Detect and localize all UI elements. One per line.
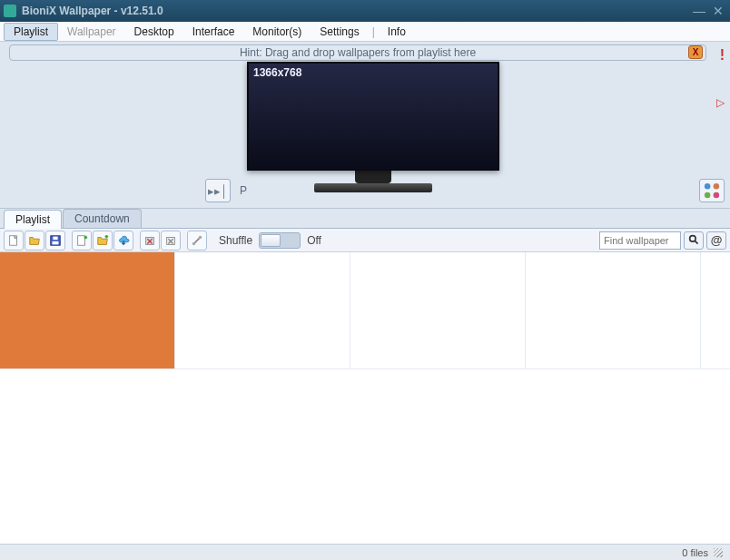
tab-countdown[interactable]: Countdown xyxy=(63,209,142,228)
svg-point-12 xyxy=(192,241,196,245)
menu-playlist[interactable]: Playlist xyxy=(4,23,58,41)
app-icon xyxy=(4,5,16,17)
open-button[interactable] xyxy=(25,231,44,251)
shuffle-toggle[interactable] xyxy=(259,232,301,249)
shuffle-state: Off xyxy=(307,234,321,247)
at-button[interactable]: @ xyxy=(706,231,726,250)
thumbnail-item[interactable] xyxy=(0,252,175,368)
file-count: 0 files xyxy=(682,547,708,558)
svg-line-14 xyxy=(695,241,697,243)
thumbnail-empty xyxy=(526,252,701,368)
thumbnail-empty xyxy=(175,252,350,368)
menu-desktop[interactable]: Desktop xyxy=(125,24,183,40)
titlebar: BioniX Wallpaper - v12.51.0 — ✕ xyxy=(0,0,730,22)
download-button[interactable] xyxy=(113,231,133,251)
monitor-neck xyxy=(355,171,391,183)
svg-rect-8 xyxy=(78,235,85,245)
svg-rect-7 xyxy=(53,236,57,240)
svg-point-0 xyxy=(705,183,711,190)
svg-point-11 xyxy=(199,235,202,239)
window-title: BioniX Wallpaper - v12.51.0 xyxy=(22,5,163,17)
tab-playlist[interactable]: Playlist xyxy=(4,210,62,229)
shuffle-label: Shuffle xyxy=(219,234,252,247)
svg-point-3 xyxy=(714,192,720,199)
toolbar: Shuffle Off @ xyxy=(0,229,730,252)
p-label: P xyxy=(240,184,247,197)
tabstrip: Playlist Countdown xyxy=(0,209,730,229)
menu-wallpaper[interactable]: Wallpaper xyxy=(58,24,125,40)
statusbar: 0 files xyxy=(0,544,730,560)
svg-rect-6 xyxy=(53,241,59,244)
menu-info[interactable]: Info xyxy=(379,24,415,40)
svg-point-13 xyxy=(689,236,695,242)
menu-settings[interactable]: Settings xyxy=(311,24,368,40)
preview-controls: ▸▸│ P xyxy=(205,179,247,202)
preview-settings-button[interactable] xyxy=(699,179,725,202)
next-button[interactable]: ▸▸│ xyxy=(205,179,231,202)
play-icon[interactable]: ▷ xyxy=(716,96,725,109)
close-button[interactable]: ✕ xyxy=(710,4,726,18)
thumbnail-empty xyxy=(350,252,526,368)
search-button[interactable] xyxy=(684,231,704,250)
add-file-button[interactable] xyxy=(72,231,92,251)
menu-monitors[interactable]: Monitor(s) xyxy=(243,24,311,40)
search-input[interactable] xyxy=(599,231,681,250)
hint-close-button[interactable]: X xyxy=(688,45,703,59)
svg-point-2 xyxy=(705,192,711,199)
thumbnail-grid xyxy=(0,252,730,544)
menu-interface[interactable]: Interface xyxy=(183,24,244,40)
menu-separator: | xyxy=(369,25,379,38)
tools-button[interactable] xyxy=(187,231,207,251)
remove-button[interactable] xyxy=(140,231,160,251)
resize-grip[interactable] xyxy=(714,548,723,557)
preview-area: Hint: Drag and drop wallpapers from play… xyxy=(0,42,730,209)
monitor-screen: 1366x768 xyxy=(247,62,499,171)
new-button[interactable] xyxy=(4,231,24,251)
save-button[interactable] xyxy=(45,231,65,251)
svg-point-1 xyxy=(714,183,720,190)
remove-all-button[interactable] xyxy=(161,231,181,251)
monitor-preview[interactable]: 1366x768 xyxy=(247,62,499,192)
resolution-label: 1366x768 xyxy=(253,66,301,79)
menubar: Playlist Wallpaper Desktop Interface Mon… xyxy=(0,22,730,42)
alert-icon[interactable]: ! xyxy=(720,47,725,64)
hint-bar: Hint: Drag and drop wallpapers from play… xyxy=(9,44,706,61)
minimize-button[interactable]: — xyxy=(691,4,707,18)
monitor-base xyxy=(314,183,432,192)
add-folder-button[interactable] xyxy=(93,231,113,251)
